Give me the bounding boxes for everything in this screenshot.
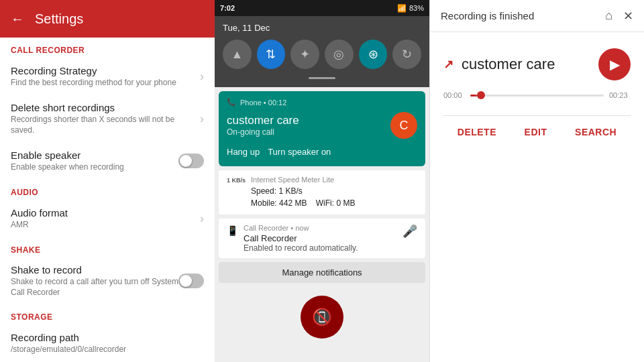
recording-header-icons: ⌂ ✕: [605, 9, 633, 23]
recording-body: ↗ customer care ▶ 00:00 00:23 DELETE EDI…: [430, 32, 644, 362]
close-button[interactable]: ✕: [623, 9, 633, 23]
back-button[interactable]: ←: [11, 11, 24, 27]
speed-icon: 1 KB/s: [227, 176, 246, 184]
phone-notif-icon: 📞: [227, 98, 236, 107]
recorder-subtitle: Enabled to record automatically.: [244, 243, 358, 253]
settings-item-recording-strategy[interactable]: Recording Strategy Find the best recordi…: [0, 58, 215, 95]
call-status: On-going call: [227, 127, 299, 137]
shake-to-record-title: Shake to record: [11, 264, 178, 276]
manage-notifications-button[interactable]: Manage notifications: [219, 262, 425, 283]
settings-item-enable-speaker[interactable]: Enable speaker Enable speaker when recor…: [0, 142, 215, 180]
quick-tile-hotspot[interactable]: ⊛: [359, 40, 388, 69]
section-label-call-recorder: Call Recorder: [0, 38, 215, 58]
recording-strategy-subtitle: Find the best recording method for your …: [11, 78, 200, 88]
recorder-notification: 📱 Call Recorder • now Call Recorder Enab…: [219, 219, 425, 258]
settings-content: Call Recorder Recording Strategy Find th…: [0, 38, 215, 362]
time-end: 00:23: [609, 91, 631, 99]
delete-short-subtitle: Recordings shorter than X seconds will n…: [11, 115, 200, 135]
settings-item-delete-short[interactable]: Delete short recordings Recordings short…: [0, 95, 215, 142]
speaker-button[interactable]: Turn speaker on: [268, 144, 331, 160]
progress-row: 00:00 00:23: [443, 91, 631, 99]
settings-item-shake-to-record[interactable]: Shake to record Shake to record a call a…: [0, 257, 215, 304]
speed-mobile-wifi: Mobile: 442 MB WiFi: 0 MB: [251, 197, 355, 209]
shake-to-record-subtitle: Shake to record a call after you turn of…: [11, 277, 178, 298]
bluetooth-icon: ✦: [300, 47, 310, 62]
quick-tile-data[interactable]: ⇅: [257, 40, 286, 69]
speed-text: Speed: 1 KB/s: [251, 185, 355, 197]
call-actions: Hang up Turn speaker on: [227, 144, 417, 160]
recording-header-title: Recording is finished: [441, 10, 534, 21]
call-notification: 📞 Phone • 00:12 customer care On-going c…: [219, 91, 425, 166]
settings-header: ← Settings: [0, 0, 215, 38]
call-avatar: C: [390, 112, 417, 139]
home-button[interactable]: ⌂: [605, 9, 612, 23]
quick-settings-bar: Tue, 11 Dec ▲ ⇅ ✦ ◎ ⊛ ↻: [215, 16, 429, 87]
quick-tile-location[interactable]: ◎: [325, 40, 354, 69]
play-button[interactable]: ▶: [598, 48, 631, 80]
chevron-icon-3: ›: [200, 212, 204, 226]
call-notif-header-text: Phone • 00:12: [240, 99, 286, 107]
play-icon: ▶: [610, 56, 620, 72]
section-label-storage: STORAGE: [0, 304, 215, 324]
edit-button[interactable]: EDIT: [525, 127, 547, 137]
audio-format-subtitle: AMR: [11, 220, 200, 231]
progress-fill: [470, 95, 477, 97]
section-label-shake: SHAKE: [0, 237, 215, 257]
recording-title-row: ↗ customer care ▶: [443, 48, 631, 80]
phone-panel: 7:02 📶 83% Tue, 11 Dec ▲ ⇅ ✦ ◎: [215, 0, 429, 362]
phone-status-bar: 7:02 📶 83%: [215, 0, 429, 16]
pull-indicator: [309, 77, 335, 79]
settings-item-audio-format[interactable]: Audio format AMR ›: [0, 200, 215, 237]
settings-item-recording-path[interactable]: Recording path /storage/emulated/0/callr…: [0, 324, 215, 362]
wifi-icon: ▲: [231, 48, 243, 62]
phone-date: Tue, 11 Dec: [223, 21, 421, 34]
signal-icon: 📶: [397, 4, 407, 13]
notification-shade: Tue, 11 Dec ▲ ⇅ ✦ ◎ ⊛ ↻: [215, 16, 429, 362]
progress-dot: [477, 91, 485, 99]
end-call-area: 📵: [215, 283, 429, 362]
time-start: 00:00: [443, 91, 465, 99]
rotate-icon: ↻: [402, 47, 412, 62]
end-call-icon: 📵: [312, 308, 332, 326]
audio-format-title: Audio format: [11, 207, 200, 219]
call-notif-body: customer care On-going call C: [227, 112, 417, 139]
search-button[interactable]: SEARCH: [575, 127, 616, 137]
quick-tiles: ▲ ⇅ ✦ ◎ ⊛ ↻: [223, 40, 421, 69]
recording-path-title: Recording path: [11, 332, 204, 343]
recording-path-subtitle: /storage/emulated/0/callrecorder: [11, 345, 204, 355]
chevron-icon-2: ›: [200, 112, 204, 126]
data-icon: ⇅: [266, 47, 276, 62]
enable-speaker-toggle[interactable]: [178, 154, 204, 168]
speed-app-name: Internet Speed Meter Lite: [251, 176, 355, 184]
enable-speaker-title: Enable speaker: [11, 149, 178, 161]
speed-notification: 1 KB/s Internet Speed Meter Lite Speed: …: [219, 170, 425, 215]
delete-button[interactable]: DELETE: [458, 127, 496, 137]
hang-up-button[interactable]: Hang up: [227, 144, 260, 160]
section-label-audio: AUDIO: [0, 180, 215, 200]
recorder-app-name: Call Recorder • now: [244, 224, 358, 232]
settings-panel: ← Settings Call Recorder Recording Strat…: [0, 0, 215, 362]
mic-icon[interactable]: 🎤: [402, 224, 417, 239]
hotspot-icon: ⊛: [368, 47, 378, 62]
progress-bar[interactable]: [470, 95, 604, 97]
recording-strategy-title: Recording Strategy: [11, 65, 200, 76]
location-icon: ◎: [333, 47, 344, 62]
end-call-button[interactable]: 📵: [301, 296, 343, 339]
quick-tile-wifi[interactable]: ▲: [223, 40, 252, 69]
recording-panel: Recording is finished ⌂ ✕ ↗ customer car…: [429, 0, 644, 362]
recorder-title: Call Recorder: [244, 233, 358, 243]
recording-header: Recording is finished ⌂ ✕: [430, 0, 644, 32]
phone-time: 7:02: [220, 4, 235, 12]
delete-short-title: Delete short recordings: [11, 102, 200, 113]
shake-to-record-toggle[interactable]: [178, 274, 204, 288]
enable-speaker-subtitle: Enable speaker when recording: [11, 162, 178, 173]
incoming-call-icon: ↗: [443, 57, 453, 72]
quick-tile-rotate[interactable]: ↻: [392, 40, 421, 69]
recording-call-name: customer care: [462, 56, 590, 73]
recording-actions: DELETE EDIT SEARCH: [443, 115, 631, 137]
recorder-notif-icon: 📱: [227, 225, 238, 236]
phone-status-icons: 📶 83%: [397, 4, 424, 13]
battery-text: 83%: [409, 4, 424, 12]
call-name: customer care: [227, 114, 299, 127]
quick-tile-bluetooth[interactable]: ✦: [290, 40, 319, 69]
